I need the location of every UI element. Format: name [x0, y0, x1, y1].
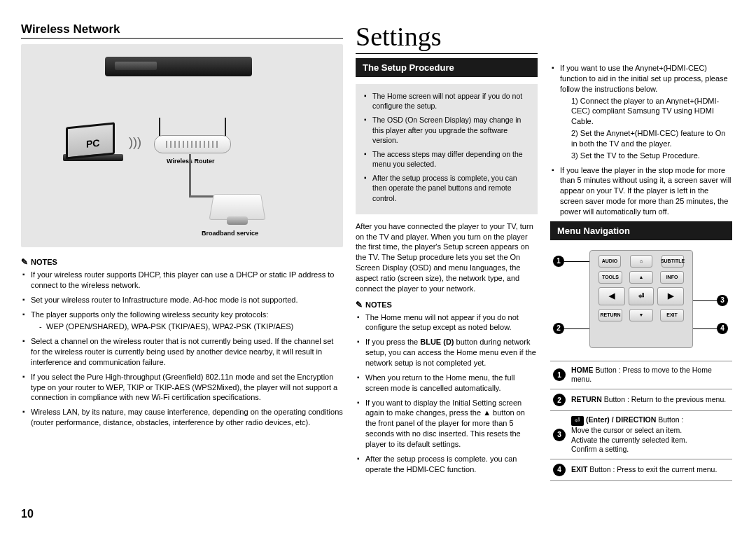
setup-gray-box: The Home screen will not appear if you d… [356, 84, 538, 214]
button-name: RETURN [571, 395, 602, 403]
list-text: If you want to use the Anynet+(HDMI-CEC)… [560, 64, 728, 93]
remote-diagram: 1 2 3 4 AUDIO ⌂ SUBTITLE TOOLS ▲ INFO ◀ … [550, 247, 732, 352]
table-row: 3 ⏎(Enter) / DIRECTION Button :Move the … [550, 411, 732, 459]
list-item: The player supports only the following w… [21, 310, 343, 333]
enter-button-icon: ⏎ [629, 287, 654, 305]
network-diagram: PC ))) Wireless Router Broadband service [21, 44, 343, 247]
cable-illustration [189, 154, 191, 198]
list-item: The Home screen will not appear if you d… [363, 91, 531, 111]
dvd-player-illustration [105, 57, 252, 76]
chapter-title: Settings [356, 21, 538, 54]
button-name: EXIT [571, 465, 587, 473]
notes-label: NOTES [356, 300, 538, 310]
callout-2: 2 [553, 323, 564, 334]
exit-button: EXIT [660, 309, 684, 321]
button-name: (Enter) / DIRECTION [586, 415, 656, 424]
list-item: If you want to display the Initial Setti… [356, 398, 538, 450]
wireless-network-heading: Wireless Network [21, 22, 343, 39]
page-number: 10 [21, 508, 34, 520]
list-item: Select a channel on the wireless router … [21, 336, 343, 368]
list-item: The access steps may differ depending on… [363, 149, 531, 169]
table-row: 2 RETURN Button : Return to the previous… [550, 389, 732, 411]
list-text: The player supports only the following w… [31, 310, 268, 319]
list-item: When you return to the Home menu, the fu… [356, 373, 538, 394]
tools-button: TOOLS [598, 271, 622, 284]
router-illustration [154, 135, 231, 153]
col2-notes-list: The Home menu will not appear if you do … [356, 312, 538, 475]
left-arrow-icon: ◀ [598, 287, 625, 305]
info-button: INFO [660, 271, 684, 284]
row-number: 3 [553, 429, 566, 441]
setup-procedure-heading: The Setup Procedure [356, 58, 538, 77]
notes-label: NOTES [21, 257, 343, 267]
list-item: After the setup process is complete, you… [363, 173, 531, 203]
audio-button: AUDIO [598, 255, 621, 268]
step-item: 2) Set the Anynet+(HDMI-CEC) feature to … [571, 128, 732, 149]
row-number: 2 [553, 394, 566, 406]
enter-glyph-icon: ⏎ [571, 416, 584, 426]
callout-1: 1 [553, 256, 564, 267]
list-item: If you select the Pure High-throughput (… [21, 372, 343, 403]
list-text: If you press the BLUE (D) button during … [365, 338, 536, 367]
modem-stand-illustration [227, 216, 248, 225]
row-number: 1 [553, 368, 566, 381]
down-arrow-icon: ▼ [629, 309, 653, 321]
button-name: HOME [571, 366, 594, 374]
menu-navigation-heading: Menu Navigation [550, 221, 732, 240]
sub-list-item: WEP (OPEN/SHARED), WPA-PSK (TKIP/AES), W… [39, 321, 343, 332]
list-item: The Home menu will not appear if you do … [356, 312, 538, 333]
wifi-waves-icon: ))) [129, 135, 141, 150]
table-row: 1 HOME Button : Press to move to the Hom… [550, 361, 732, 389]
col1-notes-list: If your wireless router supports DHCP, t… [21, 270, 343, 428]
list-item: After the setup process is complete. you… [356, 454, 538, 475]
list-item: If your wireless router supports DHCP, t… [21, 270, 343, 291]
list-item: The OSD (On Screen Display) may change i… [363, 115, 531, 145]
button-desc: Button : Press to exit the current menu. [587, 465, 717, 473]
callout-4: 4 [717, 323, 728, 334]
list-item: Set your wireless router to Infrastructu… [21, 295, 343, 305]
subtitle-button: SUBTITLE [662, 255, 684, 268]
return-button: RETURN [598, 309, 622, 321]
table-row: 4 EXIT Button : Press to exit the curren… [550, 459, 732, 480]
step-item: 3) Set the TV to the Setup Procedure. [571, 151, 732, 161]
list-item: If you want to use the Anynet+(HDMI-CEC)… [550, 63, 732, 161]
modem-label: Broadband service [202, 230, 258, 237]
button-description-table: 1 HOME Button : Press to move to the Hom… [550, 361, 732, 481]
button-desc: Button : Return to the previous menu. [602, 395, 726, 403]
home-button-icon: ⌂ [630, 255, 652, 268]
right-arrow-icon: ▶ [657, 287, 684, 305]
list-item: Wireless LAN, by its nature, may cause i… [21, 407, 343, 428]
col3-top-list: If you want to use the Anynet+(HDMI-CEC)… [550, 63, 732, 217]
step-item: 1) Connect the player to an Anynet+(HDMI… [571, 96, 732, 127]
pc-label: PC [86, 137, 99, 150]
up-arrow-icon: ▲ [629, 271, 653, 284]
laptop-illustration: PC [63, 125, 125, 165]
list-item: If you press the BLUE (D) button during … [356, 337, 538, 368]
callout-3: 3 [717, 295, 728, 306]
row-number: 4 [553, 464, 566, 476]
setup-after-paragraph: After you have connected the player to y… [356, 221, 538, 294]
list-item: If you leave the player in the stop mode… [550, 165, 732, 217]
